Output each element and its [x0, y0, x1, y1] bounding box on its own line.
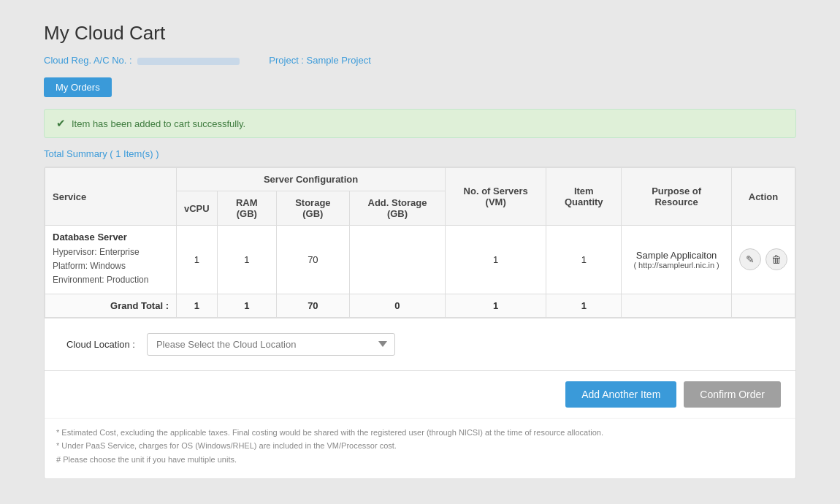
vcpu-header: vCPU	[177, 191, 218, 226]
purpose-header: Purpose of Resource	[622, 168, 732, 226]
no-of-servers-cell: 1	[446, 226, 546, 294]
buttons-row: Add Another Item Confirm Order	[45, 370, 795, 418]
ram-header: RAM (GB)	[217, 191, 276, 226]
action-cell: ✎ 🗑	[731, 226, 795, 294]
footnote-1: * Estimated Cost, excluding the applicab…	[56, 426, 784, 440]
my-orders-button[interactable]: My Orders	[44, 77, 112, 97]
no-of-servers-header: No. of Servers (VM)	[446, 168, 546, 226]
item-quantity-cell: 1	[546, 226, 622, 294]
grand-total-label: Grand Total :	[45, 294, 177, 317]
action-buttons: ✎ 🗑	[739, 248, 787, 270]
storage-header: Storage (GB)	[276, 191, 349, 226]
cloud-reg-value	[137, 58, 240, 65]
service-cell: Database Server Hypervisor: Enterprise P…	[45, 226, 177, 294]
footnote-2: * Under PaaS Service, charges for OS (Wi…	[56, 439, 784, 453]
table-row: Database Server Hypervisor: Enterprise P…	[45, 226, 795, 294]
success-check-icon: ✔	[56, 117, 66, 130]
purpose-cell: Sample Applicaiton ( http://sampleurl.ni…	[622, 226, 732, 294]
add-another-item-button[interactable]: Add Another Item	[565, 381, 676, 408]
meta-row: Cloud Reg. A/C No. : Project : Sample Pr…	[44, 55, 796, 66]
service-header: Service	[45, 168, 177, 226]
action-header: Action	[731, 168, 795, 226]
footnotes: * Estimated Cost, excluding the applicab…	[45, 418, 795, 478]
service-name: Database Server	[53, 232, 169, 243]
server-config-header: Server Configuration	[177, 168, 446, 191]
main-card: Service Server Configuration No. of Serv…	[44, 167, 796, 479]
page-title: My Cloud Cart	[44, 22, 796, 45]
service-details: Hypervisor: Enterprise Platform: Windows…	[53, 245, 169, 288]
item-count: 1 Item(s)	[115, 148, 153, 159]
cloud-location-label: Cloud Location :	[66, 339, 135, 350]
add-storage-header: Add. Storage (GB)	[349, 191, 445, 226]
footnote-3: # Please choose the unit if you have mul…	[56, 453, 784, 467]
edit-button[interactable]: ✎	[739, 248, 761, 270]
orders-table: Service Server Configuration No. of Serv…	[45, 167, 795, 318]
success-message: Item has been added to cart successfully…	[72, 118, 245, 129]
grand-total-purpose	[622, 294, 732, 317]
grand-total-ram: 1	[217, 294, 276, 317]
vcpu-cell: 1	[177, 226, 218, 294]
add-storage-cell	[349, 226, 445, 294]
item-quantity-header: Item Quantity	[546, 168, 622, 226]
grand-total-row: Grand Total : 1 1 70 0 1 1	[45, 294, 795, 317]
grand-total-action	[731, 294, 795, 317]
cloud-location-row: Cloud Location : Please Select the Cloud…	[45, 318, 795, 370]
cloud-location-select[interactable]: Please Select the Cloud Location	[147, 333, 395, 356]
table-wrapper: Service Server Configuration No. of Serv…	[45, 167, 795, 318]
grand-total-vcpu: 1	[177, 294, 218, 317]
cloud-reg-label: Cloud Reg. A/C No. :	[44, 55, 240, 66]
total-summary-label: Total Summary ( 1 Item(s) )	[44, 148, 796, 159]
success-banner: ✔ Item has been added to cart successful…	[44, 109, 796, 138]
storage-cell: 70	[276, 226, 349, 294]
project-label: Project : Sample Project	[269, 55, 370, 66]
grand-total-add-storage: 0	[349, 294, 445, 317]
grand-total-servers: 1	[446, 294, 546, 317]
confirm-order-button[interactable]: Confirm Order	[684, 381, 781, 408]
ram-cell: 1	[217, 226, 276, 294]
grand-total-storage: 70	[276, 294, 349, 317]
delete-button[interactable]: 🗑	[765, 248, 787, 270]
grand-total-qty: 1	[546, 294, 622, 317]
